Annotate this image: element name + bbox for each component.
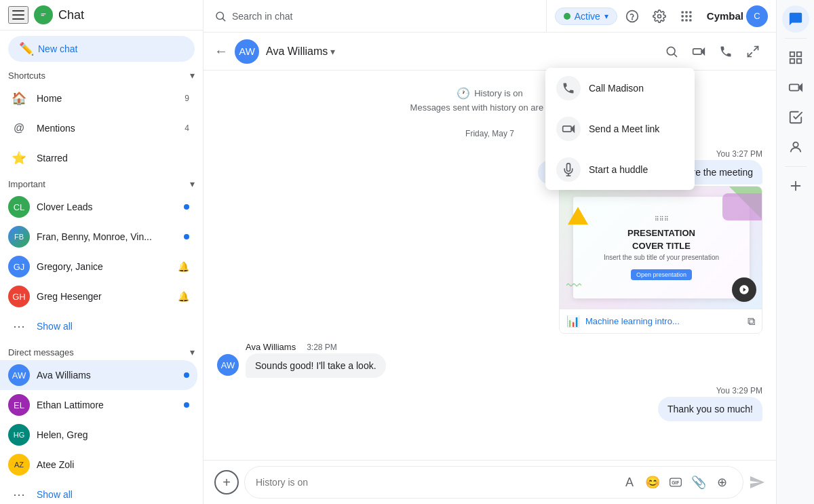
user-avatar[interactable]: C <box>746 5 768 27</box>
sidebar-item-mentions[interactable]: @ Mentions 4 <box>0 113 197 143</box>
fran-group-avatar: FB <box>8 226 30 248</box>
history-icon: 🕐 <box>457 87 470 100</box>
add-content-button[interactable]: + <box>214 470 239 495</box>
sidebar-item-starred[interactable]: ⭐ Starred <box>0 143 197 173</box>
expand-button[interactable] <box>741 39 765 64</box>
input-field-wrapper: A 😊 GIF 📎 ⊕ <box>244 466 743 499</box>
message-input[interactable] <box>256 477 614 488</box>
important-label: Important <box>8 179 45 189</box>
sidebar-topbar: Chat <box>0 0 203 31</box>
svg-rect-11 <box>681 19 683 21</box>
show-all-important-icon: ⋯ <box>8 315 30 337</box>
svg-rect-28 <box>790 59 794 63</box>
clover-leads-avatar: CL <box>8 196 30 218</box>
dropdown-item-meet[interactable]: Send a Meet link <box>545 109 695 149</box>
svg-point-2 <box>626 10 638 22</box>
settings-button[interactable] <box>647 4 672 28</box>
sidebar-item-ava-williams[interactable]: AW Ava Williams <box>0 360 197 390</box>
ethan-lattimore-badge <box>184 402 189 408</box>
emoji-button[interactable]: 😊 <box>642 472 663 492</box>
tab-tasks[interactable] <box>782 104 809 131</box>
chat-contact-name: Ava Williams ▾ <box>266 45 335 58</box>
attachment-footer: 📊 Machine learning intro... ⧉ <box>560 309 762 333</box>
send-button[interactable] <box>749 474 765 490</box>
important-show-all[interactable]: ⋯ Show all <box>0 311 203 341</box>
format-text-button[interactable]: A <box>619 472 640 492</box>
home-count: 9 <box>185 94 189 103</box>
ethan-lattimore-avatar: EL <box>8 394 30 416</box>
phone-button[interactable] <box>714 39 738 64</box>
search-input[interactable] <box>232 11 535 22</box>
dropdown-item-call[interactable]: Call Madison <box>545 68 695 109</box>
plus-icon: ✏️ <box>19 41 34 56</box>
helen-greg-avatar: HG <box>8 424 30 446</box>
active-chevron-icon: ▾ <box>604 12 608 21</box>
right-tabs-panel <box>776 0 814 504</box>
dropdown-item-huddle[interactable]: Start a huddle <box>545 149 695 190</box>
more-options-button[interactable]: ⊕ <box>712 472 732 492</box>
svg-rect-5 <box>681 11 683 13</box>
svg-text:GIF: GIF <box>672 480 679 485</box>
shortcuts-label: Shortcuts <box>8 71 45 81</box>
svg-point-3 <box>632 18 632 19</box>
dm-show-all[interactable]: ⋯ Show all <box>0 480 203 504</box>
svg-rect-12 <box>685 19 687 21</box>
msg3-meta: You 3:29 PM <box>716 386 762 395</box>
shortcuts-section-header[interactable]: Shortcuts ▾ <box>0 64 203 83</box>
gregory-janice-avatar: GJ <box>8 256 30 277</box>
sidebar-item-greg-hesenger[interactable]: GH Greg Hesenger 🔔 <box>0 282 197 311</box>
active-dot <box>564 13 570 20</box>
svg-line-15 <box>674 54 677 56</box>
new-chat-button[interactable]: ✏️ New chat <box>8 36 195 62</box>
atee-zoli-avatar: AZ <box>8 454 30 476</box>
attach-file-button[interactable]: 📎 <box>689 472 709 492</box>
hamburger-menu[interactable] <box>8 6 28 24</box>
ava-williams-avatar: AW <box>8 364 30 386</box>
message-2: AW Ava Williams 3:28 PM Sounds good! I'l… <box>217 342 762 378</box>
tab-meet[interactable] <box>782 74 809 101</box>
tab-contacts[interactable] <box>782 134 809 161</box>
video-call-button[interactable] <box>686 39 711 64</box>
active-status-badge[interactable]: Active ▾ <box>555 7 617 25</box>
tab-divider-1 <box>785 38 807 39</box>
gregory-janice-bell: 🔔 <box>178 261 189 272</box>
copy-attachment-icon[interactable]: ⧉ <box>748 315 755 328</box>
sidebar-item-clover-leads[interactable]: CL Clover Leads <box>0 192 197 222</box>
dm-chevron: ▾ <box>190 347 195 357</box>
sidebar-item-gregory-janice[interactable]: GJ Gregory, Janice 🔔 <box>0 252 197 282</box>
ava-williams-badge <box>184 372 189 378</box>
dm-section-header[interactable]: Direct messages ▾ <box>0 341 203 360</box>
chat-header: ← AW Ava Williams ▾ <box>204 33 776 71</box>
main-topbar: Active ▾ Cymbal C <box>204 0 776 33</box>
msg1-attachment[interactable]: ⠿⠿⠿ PRESENTATION COVER TITLE Insert the … <box>559 186 762 334</box>
contact-name-chevron[interactable]: ▾ <box>330 46 335 57</box>
clover-leads-badge <box>184 204 189 210</box>
gif-button[interactable]: GIF <box>665 472 686 492</box>
svg-rect-26 <box>790 52 794 56</box>
back-button[interactable]: ← <box>214 43 228 59</box>
svg-rect-6 <box>685 11 687 13</box>
tab-chat[interactable] <box>782 5 809 33</box>
msg1-meta: You 3:27 PM <box>716 149 762 159</box>
sidebar-item-fran-group[interactable]: FB Fran, Benny, Monroe, Vin... <box>0 222 197 252</box>
topbar-right: Active ▾ Cymbal C <box>547 4 776 28</box>
app-logo <box>34 5 53 24</box>
tab-spaces[interactable] <box>782 44 809 71</box>
tab-add[interactable] <box>782 172 809 199</box>
svg-rect-29 <box>796 59 800 63</box>
help-button[interactable] <box>620 4 644 28</box>
apps-button[interactable] <box>674 4 699 28</box>
important-section-header[interactable]: Important ▾ <box>0 173 203 192</box>
fran-group-badge <box>184 234 189 239</box>
star-icon: ⭐ <box>8 147 30 169</box>
svg-line-1 <box>222 18 225 20</box>
chat-search-button[interactable] <box>659 39 684 64</box>
svg-rect-27 <box>796 52 800 56</box>
sidebar-item-home[interactable]: 🏠 Home 9 <box>0 83 197 113</box>
sidebar-item-atee-zoli[interactable]: AZ Atee Zoli <box>0 450 197 480</box>
sidebar-item-ethan-lattimore[interactable]: EL Ethan Lattimore <box>0 390 197 420</box>
chat-header-actions <box>659 39 765 64</box>
sidebar-item-helen-greg[interactable]: HG Helen, Greg <box>0 420 197 450</box>
svg-line-19 <box>748 52 752 56</box>
home-icon: 🏠 <box>8 88 30 109</box>
